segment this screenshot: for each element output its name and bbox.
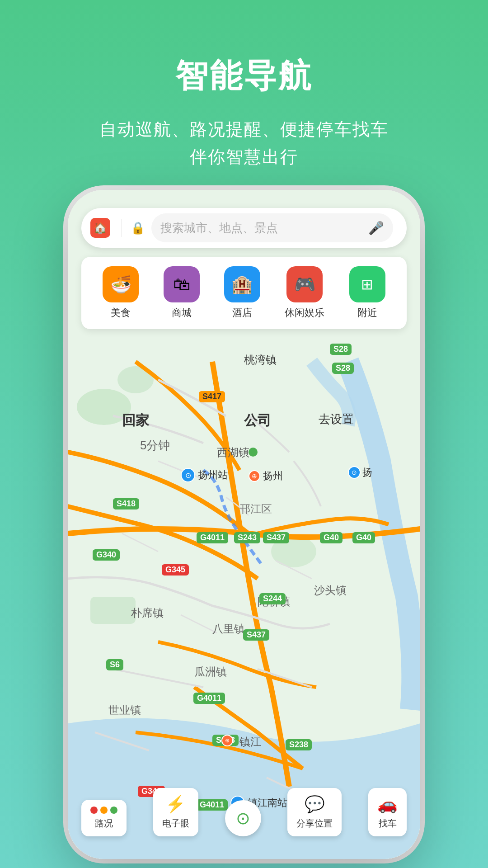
road-badge-s418: S418 [113,498,139,509]
road-badge-s244: S244 [259,593,286,604]
food-label: 美食 [111,306,131,320]
categories-bar: 🍜 美食 🛍 商城 🏨 酒店 🎮 休闲娱乐 ⊞ 附近 [81,257,407,329]
ent-label: 休闲娱乐 [285,306,324,320]
food-icon: 🍜 [103,266,139,302]
road-badge-g4011-1: G4011 [197,532,228,543]
svg-rect-3 [90,597,136,624]
phone-mockup: 桃湾镇 回家 公司 去设置 5分钟 西湖镇 ⊙ 扬州站 ⊕ 扬州 ⊙ 扬 邗江区 [68,190,420,859]
electronic-eye-label: 电子眼 [162,817,189,830]
nearby-label: 附近 [357,306,377,320]
map-label-goto-settings: 去设置 [319,411,354,427]
location-button[interactable]: ⊙ [225,800,261,836]
road-badge-s437-1: S437 [263,532,289,543]
road-badge-g340: G340 [93,549,120,561]
road-badge-s243-1: S243 [234,532,260,543]
map-label-xihuzhen: 西湖镇 [217,445,249,460]
location-icon: ⊙ [236,808,250,828]
road-badge-s437-2: S437 [243,629,269,641]
road-badge-g4011-2: G4011 [193,693,225,704]
phone-screen: 桃湾镇 回家 公司 去设置 5分钟 西湖镇 ⊙ 扬州站 ⊕ 扬州 ⊙ 扬 邗江区 [68,190,420,859]
page-title: 智能导航 [0,0,488,98]
traffic-label: 路况 [95,817,113,830]
dot-red [90,807,98,814]
search-placeholder: 搜索城市、地点、景点 [160,220,368,236]
electronic-eye-icon: ⚡ [165,795,186,814]
category-entertainment[interactable]: 🎮 休闲娱乐 [285,266,324,320]
road-badge-g345: G345 [162,564,189,576]
map-label-company: 公司 [244,411,271,430]
zhenjiang-city-marker: ⊕ [221,735,233,746]
map-label-balzhen: 八里镇 [212,622,245,636]
hotel-icon: 🏨 [224,266,260,302]
home-icon[interactable]: 🏠 [90,218,110,238]
electronic-eye-panel[interactable]: ⚡ 电子眼 [153,788,198,836]
traffic-panel[interactable]: 路况 [81,800,127,836]
car-icon: 🚗 [377,795,398,814]
map-label-home: 回家 [122,411,149,430]
map-label-guazhouzhen: 瓜洲镇 [194,665,227,679]
mic-icon[interactable]: 🎤 [368,221,384,236]
divider [122,219,122,237]
category-nearby[interactable]: ⊞ 附近 [349,266,385,320]
map-label-hanjiang: 邗江区 [239,502,272,516]
map-label-puxizhen: 朴席镇 [131,606,164,620]
road-badge-g40-2: G40 [352,532,375,543]
map-label-shiyezhen: 世业镇 [108,703,141,717]
road-badge-g40: G40 [320,532,343,543]
yangzhou-station-marker: ⊙ 扬州站 [181,468,228,482]
road-badge-s6: S6 [106,659,123,670]
find-car-label: 找车 [379,817,397,830]
nearby-icon: ⊞ [349,266,385,302]
ent-icon: 🎮 [286,266,323,302]
shop-icon: 🛍 [164,266,200,302]
wechat-icon: 💬 [305,795,325,814]
dot-yellow [100,807,108,814]
find-car-panel[interactable]: 🚗 找车 [368,788,407,836]
lock-icon[interactable]: 🔒 [129,219,147,237]
road-badge-s238: S238 [286,739,312,750]
road-badge-s28: S28 [332,363,354,374]
hotel-label: 酒店 [232,306,252,320]
share-location-label: 分享位置 [296,817,333,830]
road-badge-s28-upper: S28 [330,344,352,355]
map-label-zhenjiang: 镇江 [239,735,261,749]
yangzhou-marker: ⊕ 扬州 [249,469,283,483]
category-hotel[interactable]: 🏨 酒店 [224,266,260,320]
yang-marker-right: ⊙ 扬 [348,466,372,479]
map-label-taowanzheng: 桃湾镇 [244,353,277,367]
map-label-5min: 5分钟 [140,438,170,453]
search-field[interactable]: 搜索城市、地点、景点 🎤 [151,213,393,242]
location-dot-green [249,448,258,457]
road-badge-s417: S417 [199,391,225,402]
shop-label: 商城 [172,306,192,320]
share-location-panel[interactable]: 💬 分享位置 [287,788,342,836]
dot-green [110,807,117,814]
category-shop[interactable]: 🛍 商城 [164,266,200,320]
traffic-dots [90,807,117,814]
map-label-shatouz: 沙头镇 [314,583,347,598]
page-subtitle: 自动巡航、路况提醒、便捷停车找车伴你智慧出行 [0,116,488,171]
bottom-controls: 路况 ⚡ 电子眼 ⊙ 💬 分享位置 🚗 找车 [81,788,407,836]
category-food[interactable]: 🍜 美食 [103,266,139,320]
search-bar[interactable]: 🏠 🔒 搜索城市、地点、景点 🎤 [81,208,407,248]
